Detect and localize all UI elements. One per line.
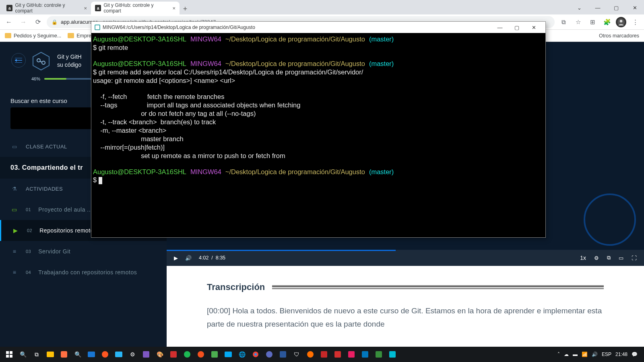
other-bookmarks[interactable]: Otros marcadores (599, 33, 639, 39)
activity-index: 02 (27, 228, 32, 233)
nav-activity-04[interactable]: ≡ 04 Trabajando con repositorios remotos (0, 262, 167, 283)
tray-chevron-icon[interactable]: ˄ (557, 352, 560, 357)
back-button[interactable]: ← (3, 16, 14, 28)
share-icon[interactable]: ⧉ (558, 16, 569, 28)
browser-tab-1[interactable]: a Git y GitHub: controle y compart × (2, 2, 91, 14)
book-icon: ▭ (10, 144, 19, 150)
menu-icon[interactable]: ⋮ (630, 16, 641, 28)
taskbar-app[interactable] (276, 348, 290, 361)
list-icon: ≡ (10, 269, 19, 276)
activity-label: Servidor Git (38, 248, 70, 255)
browser-tab-strip: a Git y GitHub: controle y compart × a G… (0, 0, 644, 14)
task-view-icon[interactable]: ⧉ (30, 348, 43, 361)
transcript-heading: Transcripción (207, 282, 265, 292)
course-title: Git y GitH su código (57, 53, 82, 69)
taskbar-app[interactable] (331, 348, 345, 361)
bookmark-folder[interactable]: Pedidos y Seguime... (5, 33, 61, 39)
volume-button[interactable]: 🔊 (185, 255, 192, 261)
volume-tray-icon[interactable]: 🔊 (592, 352, 598, 357)
svg-line-5 (40, 62, 42, 62)
favicon-icon: a (95, 5, 101, 11)
course-title-line1: Git y GitH (57, 53, 82, 61)
taskbar-app[interactable] (112, 348, 126, 361)
star-icon[interactable]: ☆ (572, 16, 584, 28)
taskbar-app[interactable]: 🔍 (71, 348, 85, 361)
taskbar-app[interactable] (98, 348, 112, 361)
forward-button[interactable]: → (18, 16, 29, 28)
onedrive-icon[interactable]: ☁ (564, 352, 569, 357)
minimize-button[interactable]: — (588, 2, 607, 14)
fullscreen-icon[interactable]: ⛶ (632, 255, 637, 261)
pip-icon[interactable]: ⧉ (607, 255, 611, 261)
profile-avatar[interactable] (616, 17, 626, 27)
taskbar-app[interactable] (194, 348, 208, 361)
new-tab-button[interactable]: + (180, 3, 191, 14)
taskbar-app[interactable]: 🌐 (235, 348, 249, 361)
taskbar-app[interactable] (317, 348, 331, 361)
browser-tab-2[interactable]: a Git y GitHub: controle y compart × (91, 2, 180, 14)
activity-label: Trabajando con repositorios remotos (38, 269, 137, 276)
terminal-body[interactable]: Augusto@DESKTOP-3A16SHL MINGW64 ~/Deskto… (91, 33, 545, 237)
minimize-button[interactable]: — (491, 22, 508, 33)
speed-button[interactable]: 1x (580, 255, 586, 261)
taskbar-app[interactable]: 🛡 (290, 348, 303, 361)
taskbar-app[interactable] (180, 348, 194, 361)
terminal-title: MINGW64:/c/Users/rip14/Desktop/Logica de… (103, 25, 255, 30)
window-controls: ⌄ — ▢ ✕ (570, 2, 644, 14)
bookmark-folder[interactable]: Empre (68, 33, 91, 39)
taskbar-app[interactable] (345, 348, 358, 361)
notifications-icon[interactable]: 💬 (632, 352, 638, 357)
start-button[interactable] (2, 348, 16, 361)
taskbar-app[interactable] (386, 348, 399, 361)
divider-icon (272, 285, 604, 289)
settings-icon[interactable]: ⚙ (594, 255, 599, 261)
play-button[interactable]: ▶ (174, 255, 178, 261)
progress-bar (44, 78, 93, 80)
reload-button[interactable]: ⟳ (32, 16, 43, 28)
taskbar-app[interactable] (358, 348, 372, 361)
taskbar-app[interactable] (139, 348, 153, 361)
search-icon[interactable]: 🔍 (16, 348, 30, 361)
close-button[interactable]: ✕ (525, 22, 542, 33)
tab-title: Git y GitHub: controle y compart (103, 2, 170, 14)
taskbar-app[interactable] (303, 348, 317, 361)
extension-icon[interactable]: ⊞ (587, 16, 598, 28)
taskbar-app[interactable] (249, 348, 262, 361)
close-button[interactable]: ✕ (625, 2, 644, 14)
maximize-button[interactable]: ▢ (508, 22, 525, 33)
puzzle-icon[interactable]: 🧩 (601, 16, 613, 28)
wifi-icon[interactable]: 📶 (582, 352, 588, 357)
language-indicator[interactable]: ESP (602, 352, 611, 357)
close-icon[interactable]: × (172, 5, 175, 11)
battery-icon[interactable]: ▬ (573, 352, 578, 357)
taskbar-app[interactable] (57, 348, 71, 361)
taskbar-app[interactable] (372, 348, 386, 361)
flask-icon: ⚗ (10, 186, 19, 192)
nav-heading-label: CLASE ACTUAL (26, 144, 67, 150)
taskbar-app[interactable] (85, 348, 98, 361)
activity-index: 04 (26, 270, 31, 275)
svg-rect-11 (10, 355, 12, 358)
nav-activity-03[interactable]: ≡ 03 Servidor Git (0, 241, 167, 262)
svg-point-13 (254, 353, 257, 356)
theater-icon[interactable]: ▭ (619, 255, 623, 261)
video-controls: ▶ 🔊 4:02 / 8:35 1x ⚙ ⧉ ▭ ⛶ (167, 250, 644, 266)
terminal-titlebar[interactable]: MINGW64:/c/Users/rip14/Desktop/Logica de… (91, 22, 545, 33)
maximize-button[interactable]: ▢ (607, 2, 625, 14)
chevron-down-icon[interactable]: ⌄ (570, 2, 588, 14)
taskbar-app[interactable] (262, 348, 276, 361)
taskbar-app[interactable]: 🎨 (153, 348, 167, 361)
collapse-sidebar-button[interactable] (11, 53, 26, 68)
video-time: 4:02 / 8:35 (199, 255, 225, 261)
clock[interactable]: 21:48 (615, 352, 627, 357)
taskbar-app[interactable] (208, 348, 221, 361)
taskbar-app[interactable] (167, 348, 180, 361)
taskbar-app[interactable] (221, 348, 235, 361)
taskbar-app[interactable] (43, 348, 57, 361)
video-progress-bar[interactable] (167, 250, 396, 251)
taskbar-app[interactable]: ⚙ (126, 348, 139, 361)
close-icon[interactable]: × (84, 5, 87, 11)
bookmark-label: Empre (76, 33, 91, 39)
favicon-icon: a (6, 5, 12, 11)
svg-point-1 (620, 20, 623, 23)
